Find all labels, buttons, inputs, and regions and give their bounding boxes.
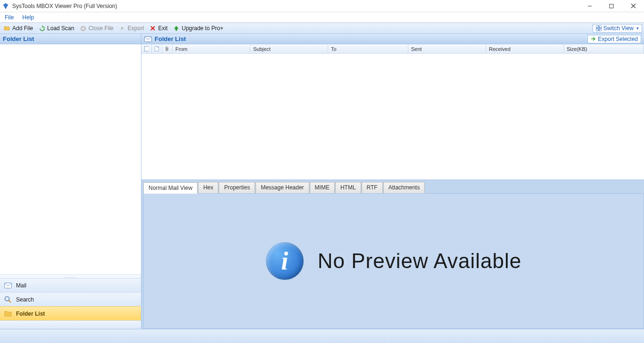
title-bar: SysTools MBOX Viewer Pro (Full Version) bbox=[0, 0, 644, 12]
upgrade-label: Upgrade to Pro+ bbox=[182, 25, 223, 32]
close-button[interactable] bbox=[622, 0, 644, 12]
column-subject[interactable]: Subject bbox=[250, 44, 328, 53]
preview-tabs: Normal Mail View Hex Properties Message … bbox=[143, 182, 644, 193]
svg-rect-17 bbox=[145, 47, 149, 51]
tab-attachments[interactable]: Attachments bbox=[383, 182, 425, 193]
close-circle-icon bbox=[80, 25, 86, 32]
nav-spacer bbox=[0, 320, 141, 329]
left-pane-header: Folder List bbox=[0, 34, 141, 44]
tab-normal-mail-view[interactable]: Normal Mail View bbox=[143, 182, 198, 194]
load-scan-button[interactable]: Load Scan bbox=[37, 24, 76, 33]
export-label: Export bbox=[128, 25, 144, 32]
folder-tree[interactable] bbox=[0, 44, 141, 274]
x-red-icon bbox=[149, 25, 156, 32]
column-attachment-icon[interactable] bbox=[162, 44, 173, 53]
message-grid-header: From Subject To Sent Received Size(KB) bbox=[141, 44, 644, 54]
load-scan-label: Load Scan bbox=[47, 25, 74, 32]
minimize-button[interactable] bbox=[579, 0, 601, 12]
right-pane-header: Folder List Export Selected bbox=[141, 34, 644, 44]
arrow-up-icon bbox=[173, 25, 180, 32]
svg-rect-9 bbox=[596, 25, 598, 28]
info-icon: i bbox=[266, 242, 304, 280]
preview-body: i No Preview Available bbox=[143, 193, 644, 329]
exit-button[interactable]: Exit bbox=[148, 24, 169, 33]
export-button[interactable]: Export bbox=[117, 24, 146, 33]
nav-folder-list[interactable]: Folder List bbox=[0, 306, 141, 320]
switch-view-label: Switch View bbox=[603, 25, 634, 32]
column-from[interactable]: From bbox=[173, 44, 250, 53]
tab-message-header[interactable]: Message Header bbox=[256, 182, 309, 193]
grid-icon bbox=[596, 25, 602, 31]
left-pane: Folder List ····· Mail Search Folder Lis… bbox=[0, 34, 141, 329]
right-pane: Folder List Export Selected From Subject… bbox=[141, 34, 644, 329]
close-file-button[interactable]: Close File bbox=[78, 24, 115, 33]
export-selected-button[interactable]: Export Selected bbox=[587, 35, 641, 43]
export-arrow-icon bbox=[591, 36, 596, 41]
svg-point-14 bbox=[5, 296, 9, 301]
arrow-right-icon bbox=[119, 25, 126, 32]
no-preview-text: No Preview Available bbox=[318, 249, 522, 273]
column-sent[interactable]: Sent bbox=[408, 44, 486, 53]
switch-view-button[interactable]: Switch View ▾ bbox=[593, 24, 642, 33]
menu-bar: File Help bbox=[0, 12, 644, 23]
folder-icon bbox=[4, 310, 12, 318]
exit-label: Exit bbox=[158, 25, 167, 32]
nav-mail-label: Mail bbox=[16, 282, 26, 289]
column-to[interactable]: To bbox=[328, 44, 408, 53]
pane-drag-handle[interactable]: ····· bbox=[0, 274, 141, 278]
svg-rect-10 bbox=[599, 25, 602, 28]
chevron-down-icon: ▾ bbox=[636, 26, 639, 31]
status-bar bbox=[0, 329, 644, 343]
tab-hex[interactable]: Hex bbox=[198, 182, 218, 193]
column-size[interactable]: Size(KB) bbox=[564, 44, 644, 53]
add-file-button[interactable]: Add File bbox=[2, 24, 35, 33]
folder-list-header-icon bbox=[144, 36, 152, 42]
folder-open-icon bbox=[4, 25, 10, 32]
nav-search-label: Search bbox=[16, 296, 34, 303]
maximize-button[interactable] bbox=[601, 0, 622, 12]
search-icon bbox=[4, 295, 12, 304]
upgrade-button[interactable]: Upgrade to Pro+ bbox=[171, 24, 225, 33]
svg-line-15 bbox=[9, 300, 11, 302]
svg-rect-11 bbox=[596, 29, 598, 31]
add-file-label: Add File bbox=[12, 25, 33, 32]
column-received[interactable]: Received bbox=[486, 44, 564, 53]
app-icon bbox=[2, 2, 9, 10]
window-title: SysTools MBOX Viewer Pro (Full Version) bbox=[12, 3, 117, 9]
refresh-icon bbox=[39, 25, 45, 32]
export-selected-label: Export Selected bbox=[598, 36, 638, 42]
main-area: Folder List ····· Mail Search Folder Lis… bbox=[0, 34, 644, 329]
nav-mail[interactable]: Mail bbox=[0, 278, 141, 292]
toolbar: Add File Load Scan Close File Export Exi… bbox=[0, 23, 644, 34]
right-pane-title: Folder List bbox=[155, 35, 186, 42]
mail-icon bbox=[4, 281, 12, 290]
svg-rect-1 bbox=[610, 4, 613, 8]
nav-search[interactable]: Search bbox=[0, 292, 141, 306]
column-item-icon[interactable] bbox=[152, 44, 162, 53]
tab-mime[interactable]: MIME bbox=[310, 182, 335, 193]
preview-area: Normal Mail View Hex Properties Message … bbox=[141, 180, 644, 329]
nav-folder-list-label: Folder List bbox=[16, 310, 45, 317]
message-grid-body[interactable] bbox=[141, 54, 644, 180]
tab-html[interactable]: HTML bbox=[335, 182, 361, 193]
menu-help[interactable]: Help bbox=[22, 14, 34, 21]
svg-rect-12 bbox=[599, 29, 602, 31]
tab-rtf[interactable]: RTF bbox=[362, 182, 383, 193]
menu-file[interactable]: File bbox=[5, 14, 14, 21]
close-file-label: Close File bbox=[88, 25, 113, 32]
column-checkbox[interactable] bbox=[141, 44, 152, 53]
tab-properties[interactable]: Properties bbox=[219, 182, 255, 193]
